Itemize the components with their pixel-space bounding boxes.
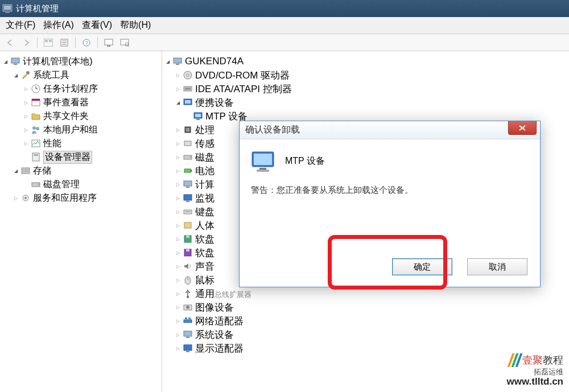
tree-portable[interactable]: 便携设备 (162, 96, 569, 109)
tree-root[interactable]: GUKEND74A (162, 55, 569, 68)
toolbar-props-icon[interactable] (57, 36, 71, 49)
cancel-button[interactable]: 取消 (467, 258, 527, 275)
device-icon (31, 152, 41, 162)
portable-icon (183, 97, 193, 108)
svg-rect-49 (184, 141, 191, 146)
toolbar-scan-icon[interactable] (118, 36, 131, 49)
cpu-icon (183, 125, 193, 135)
disk-icon (183, 152, 193, 162)
tree-network[interactable]: 网络适配器 (162, 314, 569, 328)
floppy-icon (183, 247, 193, 258)
menu-action[interactable]: 操作(A) (43, 19, 73, 31)
tree-dvd[interactable]: DVD/CD-ROM 驱动器 (162, 68, 569, 82)
diskmgmt-icon (31, 179, 41, 189)
system-icon (183, 329, 193, 340)
svg-rect-2 (5, 12, 10, 13)
back-icon (3, 36, 17, 49)
menu-file[interactable]: 文件(F) (6, 19, 35, 31)
svg-rect-13 (107, 46, 110, 47)
dvd-icon (183, 70, 193, 80)
dialog-title: 确认设备卸载 (245, 124, 300, 136)
svg-rect-37 (176, 64, 179, 65)
sidebar-disk-management[interactable]: 磁盘管理 (0, 178, 162, 191)
folder-icon (31, 111, 41, 121)
svg-point-35 (24, 197, 27, 199)
sidebar-system-tools[interactable]: 系统工具 (0, 68, 162, 82)
svg-point-26 (36, 127, 39, 130)
window-titlebar: 计算机管理 (0, 0, 569, 17)
svg-line-16 (128, 46, 129, 47)
sound-icon (183, 261, 193, 271)
svg-rect-60 (184, 222, 191, 228)
tree-usb[interactable]: 通用总线扩展器 (162, 287, 569, 300)
dialog-device-icon (251, 150, 275, 172)
svg-rect-41 (185, 88, 191, 90)
watermark-url: www.tlltd.cn (507, 376, 563, 387)
svg-rect-4 (45, 40, 48, 42)
computer-icon (10, 56, 20, 67)
toolbar-sep2 (75, 37, 76, 48)
sidebar-storage[interactable]: 存储 (0, 164, 162, 178)
sidebar-device-manager[interactable]: 设备管理器 (0, 150, 162, 164)
svg-rect-14 (121, 39, 129, 45)
svg-point-51 (190, 156, 191, 158)
close-button[interactable] (508, 121, 537, 135)
svg-point-39 (187, 74, 189, 76)
sidebar-performance[interactable]: 性能 (0, 137, 162, 150)
svg-rect-57 (186, 201, 189, 202)
svg-rect-45 (195, 114, 201, 117)
svg-rect-73 (184, 331, 192, 336)
battery-icon (183, 166, 193, 176)
mtp-icon (193, 111, 203, 121)
sidebar-root[interactable]: 计算机管理(本地) (0, 55, 162, 68)
svg-rect-71 (185, 317, 187, 319)
toolbar-console-icon[interactable] (42, 36, 55, 49)
svg-rect-24 (32, 99, 40, 101)
sidebar-event-viewer[interactable]: 事件查看器 (0, 96, 162, 109)
svg-rect-29 (34, 154, 38, 156)
camera-icon (183, 302, 193, 312)
svg-rect-12 (105, 39, 113, 45)
window-title: 计算机管理 (16, 3, 59, 14)
svg-rect-76 (186, 351, 189, 352)
menu-view[interactable]: 查看(V) (82, 19, 112, 31)
toolbar-help-icon[interactable]: ? (80, 36, 93, 49)
sidebar-shared-folders[interactable]: 共享文件夹 (0, 109, 162, 123)
watermark: 壹聚教程 拓磊运维 www.tlltd.cn (507, 353, 563, 387)
svg-rect-36 (174, 58, 182, 63)
display-icon (183, 343, 193, 353)
computer-icon (183, 179, 193, 189)
svg-point-33 (38, 184, 39, 185)
tree-system[interactable]: 系统设备 (162, 328, 569, 341)
svg-rect-30 (22, 168, 30, 170)
dialog-warning-text: 警告：您正准备要从系统上卸载这个设备。 (251, 185, 529, 196)
toolbar-sep3 (97, 37, 98, 48)
svg-rect-78 (254, 154, 272, 165)
svg-rect-75 (184, 345, 192, 350)
sidebar-services-apps[interactable]: 服务和应用程序 (0, 191, 162, 205)
svg-rect-54 (184, 181, 192, 186)
sidebar-local-users[interactable]: 本地用户和组 (0, 123, 162, 137)
monitor-icon (183, 193, 193, 203)
svg-rect-18 (14, 64, 17, 65)
svg-rect-55 (186, 187, 189, 188)
tools-icon (20, 70, 31, 80)
mouse-icon (183, 275, 193, 285)
menu-help[interactable]: 帮助(H) (120, 19, 151, 31)
floppy-icon (183, 234, 193, 244)
toolbar-monitor-icon[interactable] (102, 36, 116, 49)
svg-rect-80 (257, 170, 269, 172)
sidebar-tree: 计算机管理(本地) 系统工具 任务计划程序 事件查看器 共享文件夹 本地用户和组… (0, 51, 162, 392)
tree-image[interactable]: 图像设备 (162, 300, 569, 314)
svg-rect-64 (186, 249, 189, 251)
svg-rect-56 (184, 195, 192, 200)
perf-icon (31, 138, 41, 148)
dialog-titlebar[interactable]: 确认设备卸载 (240, 121, 540, 139)
hid-icon (183, 220, 193, 230)
forward-icon (19, 36, 33, 49)
ok-button[interactable]: 确定 (392, 258, 452, 275)
svg-rect-43 (185, 100, 191, 104)
svg-point-19 (26, 71, 30, 75)
tree-ide[interactable]: IDE ATA/ATAPI 控制器 (162, 82, 569, 96)
sidebar-task-scheduler[interactable]: 任务计划程序 (0, 82, 162, 96)
